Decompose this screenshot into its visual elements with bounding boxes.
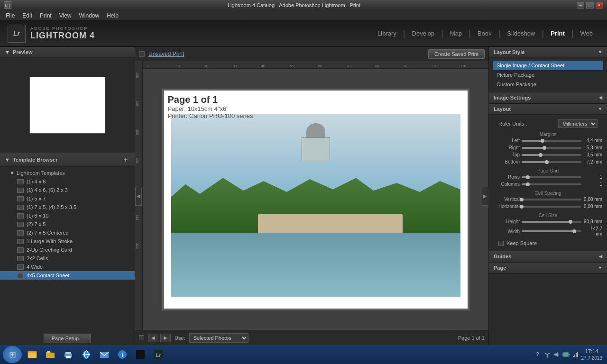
template-icon-10 [17, 264, 24, 270]
template-item-10[interactable]: 4 Wide [0, 263, 135, 271]
horizontal-label: Horizontal [494, 204, 520, 209]
template-item-4[interactable]: (1) 8 x 10 [0, 211, 135, 220]
layout-content: Ruler Units : Millimeters Margins Left 4… [489, 115, 607, 251]
template-item-6[interactable]: (2) 7 x 5 Centered [0, 228, 135, 237]
menu-help[interactable]: Help [103, 11, 122, 20]
menu-edit[interactable]: Edit [18, 11, 36, 20]
template-icon-6 [17, 230, 24, 236]
template-item-1[interactable]: (1) 4 x 6, (6) 2 x 3 [0, 186, 135, 194]
margin-bottom-track[interactable] [522, 161, 581, 163]
vertical-track[interactable] [522, 199, 581, 200]
page-header[interactable]: Page ▼ [489, 263, 607, 273]
nav-library[interactable]: Library [371, 27, 403, 40]
keep-square-checkbox[interactable] [498, 241, 504, 246]
preview-section-header[interactable]: ▼ Preview [0, 47, 135, 58]
create-saved-button[interactable]: Create Saved Print [428, 49, 485, 59]
cols-value: 1 [583, 182, 602, 187]
taskbar-folder[interactable] [42, 346, 59, 363]
cols-thumb [526, 182, 530, 186]
image-settings-header[interactable]: Image Settings ◀ [489, 92, 607, 103]
maximize-button[interactable]: □ [586, 2, 594, 9]
margin-left-track[interactable] [522, 140, 581, 142]
unsaved-print-label[interactable]: Unsaved Print [148, 51, 184, 57]
taskbar-lr[interactable]: Lr [150, 346, 167, 363]
height-row: Height 90,8 mm [494, 219, 602, 224]
template-icon-8 [17, 247, 24, 253]
svg-rect-17 [563, 353, 568, 356]
taskbar-black[interactable] [132, 346, 149, 363]
layout-header[interactable]: Layout ▼ [489, 104, 607, 115]
ruler-units-row: Ruler Units : Millimeters [494, 118, 602, 130]
margin-right-label: Right [494, 145, 520, 150]
image-settings-section: Image Settings ◀ [489, 92, 607, 104]
menu-window[interactable]: Window [75, 11, 103, 20]
svg-rect-22 [577, 352, 578, 357]
prev-page-button[interactable]: ◀ [148, 334, 158, 342]
svg-rect-4 [66, 356, 71, 358]
template-browser-header[interactable]: ▼ Template Browser + [0, 153, 135, 167]
rows-track[interactable] [522, 176, 581, 178]
margin-left-label: Left [494, 138, 520, 143]
ruler-units-select[interactable]: Millimeters [558, 119, 598, 128]
nav-print[interactable]: Print [544, 27, 571, 40]
template-item-3[interactable]: (1) 7 x 5, (4) 2.5 x 3.5 [0, 203, 135, 211]
select-checkbox[interactable] [139, 335, 144, 340]
page-setup-button[interactable]: Page Setup... [44, 334, 92, 343]
taskbar-question-icon: ? [534, 351, 542, 358]
template-group-label-text: Lightroom Templates [17, 170, 65, 176]
guides-header[interactable]: Guides ◀ [489, 251, 607, 262]
template-item-2[interactable]: (1) 5 x 7 [0, 194, 135, 203]
menu-file[interactable]: File [2, 11, 18, 20]
horizontal-track[interactable] [522, 206, 581, 208]
nav-web[interactable]: Web [574, 27, 600, 40]
style-option-1[interactable]: Picture Package [493, 70, 603, 80]
width-track[interactable] [522, 230, 581, 232]
height-track[interactable] [522, 221, 581, 223]
preview-area [0, 58, 135, 153]
taskbar-explorer[interactable] [24, 346, 41, 363]
nav-book[interactable]: Book [471, 27, 498, 40]
template-list: ▼ Lightroom Templates (1) 4 x 6 (1) 4 x … [0, 167, 135, 331]
template-item-9[interactable]: 2x2 Cells [0, 254, 135, 263]
margin-top-track[interactable] [522, 154, 581, 156]
style-option-0[interactable]: Single Image / Contact Sheet [493, 61, 603, 70]
template-item-7[interactable]: 1 Large With Stroke [0, 237, 135, 246]
template-item-0[interactable]: (1) 4 x 6 [0, 177, 135, 186]
start-button[interactable]: ⊞ [3, 346, 22, 363]
cols-track[interactable] [522, 183, 581, 185]
top-nav: Lr ADOBE PHOTOSHOP LIGHTROOM 4 Library |… [0, 21, 607, 47]
taskbar-battery-icon [562, 351, 570, 358]
page-info: Page 1 of 1 Paper: 10x15cm 4"x6" Printer… [168, 94, 253, 119]
layout-style-header[interactable]: Layout Style ▼ [489, 47, 607, 58]
taskbar-printer[interactable] [60, 346, 77, 363]
nav-develop[interactable]: Develop [405, 27, 441, 40]
margin-top-row: Top 3,5 mm [494, 152, 602, 157]
time-block: 17:14 27.7.2013 [581, 348, 603, 361]
collapse-right-panel[interactable]: ▶ [482, 187, 488, 206]
style-option-2[interactable]: Custom Package [493, 80, 603, 89]
template-item-11[interactable]: 4x5 Contact Sheet [0, 271, 135, 280]
template-group[interactable]: ▼ Lightroom Templates [0, 169, 135, 177]
add-template-button[interactable]: + [121, 155, 130, 164]
margin-right-track[interactable] [522, 147, 581, 149]
close-button[interactable]: ✕ [596, 2, 603, 9]
taskbar-mail[interactable] [96, 346, 113, 363]
nav-slideshow[interactable]: Slideshow [500, 27, 542, 40]
battery-icon [562, 351, 570, 358]
checkbox-wrap [139, 335, 144, 340]
height-fill [522, 221, 570, 223]
menu-print[interactable]: Print [36, 11, 55, 20]
template-item-5[interactable]: (2) 7 x 5 [0, 220, 135, 228]
collapse-left-panel[interactable]: ◀ [135, 187, 142, 206]
vertical-value: 0,00 mm [583, 197, 602, 202]
menu-view[interactable]: View [55, 11, 75, 20]
minimize-button[interactable]: ─ [577, 2, 584, 9]
next-page-button[interactable]: ▶ [160, 334, 171, 342]
template-item-8[interactable]: 2-Up Greeting Card [0, 246, 135, 254]
use-select[interactable]: Selected Photos All Filmstrip Photos Fla… [189, 333, 248, 343]
taskbar-ie[interactable] [78, 346, 95, 363]
template-icon-2 [17, 196, 24, 201]
nav-map[interactable]: Map [443, 27, 469, 40]
date-display: 27.7.2013 [581, 355, 603, 361]
taskbar-info[interactable]: i [114, 346, 131, 363]
